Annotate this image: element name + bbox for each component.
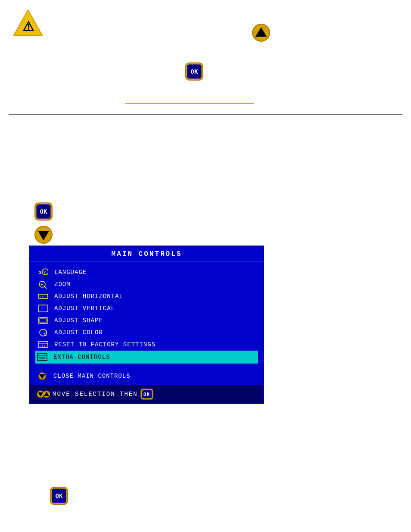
svg-rect-29 — [37, 354, 47, 361]
osd-footer: MOVE SELECTION THEN OK — [30, 385, 263, 403]
menu-label-adjust-vertical: ADJUST VERTICAL — [54, 305, 115, 312]
warning-icon-large: ⚠ — [13, 9, 43, 37]
footer-arrows-icon — [37, 390, 50, 398]
svg-text:OK: OK — [143, 392, 150, 397]
close-icon — [37, 372, 49, 380]
close-label: CLOSE MAIN CONTROLS — [53, 373, 131, 380]
svg-text:?: ? — [44, 271, 46, 275]
up-arrow-icon-top[interactable] — [252, 24, 270, 44]
svg-text:|||: ||| — [39, 344, 46, 348]
osd-title: MAIN CONTROLS — [112, 250, 182, 258]
reset-icon: ||| — [38, 340, 50, 349]
horizontal-icon: ↔ — [38, 292, 50, 301]
svg-rect-23 — [40, 319, 47, 322]
menu-item-reset-factory[interactable]: ||| RESET TO FACTORY SETTINGS — [37, 339, 256, 351]
footer-text: MOVE SELECTION THEN OK — [37, 389, 153, 400]
svg-text:OK: OK — [191, 68, 198, 75]
menu-item-adjust-color[interactable]: ADJUST COLOR — [37, 327, 256, 339]
menu-label-adjust-horizontal: ADJUST HORIZONTAL — [54, 293, 123, 300]
footer-ok-icon: OK — [140, 389, 153, 400]
menu-label-reset-factory: RESET TO FACTORY SETTINGS — [54, 341, 156, 348]
link-underline — [125, 103, 254, 104]
top-section: ⚠ OK — [0, 0, 411, 129]
menu-label-adjust-color: ADJUST COLOR — [54, 329, 103, 336]
menu-item-adjust-vertical[interactable]: ↕ ADJUST VERTICAL — [37, 302, 256, 314]
osd-close-section: CLOSE MAIN CONTROLS — [30, 368, 263, 385]
svg-text:↔: ↔ — [40, 294, 44, 299]
svg-text:3: 3 — [39, 270, 42, 275]
menu-label-language: LANGUAGE — [54, 269, 87, 276]
menu-item-extra-controls[interactable]: EXTRA CONTROLS — [35, 351, 258, 364]
menu-label-zoom: ZOOM — [54, 281, 71, 288]
svg-text:⚠: ⚠ — [22, 19, 34, 34]
ok-icon-bottom[interactable]: OK — [50, 487, 68, 507]
menu-item-adjust-shape[interactable]: ADJUST SHAPE — [37, 314, 256, 327]
svg-text:OK: OK — [56, 492, 63, 499]
down-arrow-icon[interactable] — [34, 226, 53, 246]
svg-line-16 — [44, 286, 47, 289]
footer-move-text: MOVE SELECTION THEN — [53, 391, 138, 398]
language-icon: 3 ? — [38, 268, 50, 277]
osd-title-bar: MAIN CONTROLS — [30, 246, 263, 262]
menu-item-adjust-horizontal[interactable]: ↔ ADJUST HORIZONTAL — [37, 290, 256, 302]
menu-item-zoom[interactable]: + ZOOM — [37, 278, 256, 290]
svg-text:↕: ↕ — [40, 306, 44, 311]
middle-section: OK — [34, 202, 53, 246]
ok-icon-top[interactable]: OK — [185, 62, 203, 82]
vertical-icon: ↕ — [38, 304, 50, 313]
menu-label-extra-controls: EXTRA CONTROLS — [53, 354, 110, 361]
osd-menu: MAIN CONTROLS 3 ? LANGUAGE + — [29, 246, 264, 404]
color-icon — [38, 328, 50, 337]
section-divider — [9, 114, 402, 115]
svg-text:+: + — [40, 283, 44, 287]
shape-icon — [38, 316, 50, 325]
extra-icon — [37, 353, 49, 361]
menu-item-language[interactable]: 3 ? LANGUAGE — [37, 266, 256, 278]
ok-icon-middle[interactable]: OK — [34, 202, 53, 222]
zoom-icon: + — [38, 280, 50, 289]
osd-menu-items: 3 ? LANGUAGE + ZOOM — [30, 262, 263, 368]
svg-text:OK: OK — [40, 208, 47, 215]
menu-label-adjust-shape: ADJUST SHAPE — [54, 317, 103, 324]
close-menu-item[interactable]: CLOSE MAIN CONTROLS — [37, 372, 256, 380]
